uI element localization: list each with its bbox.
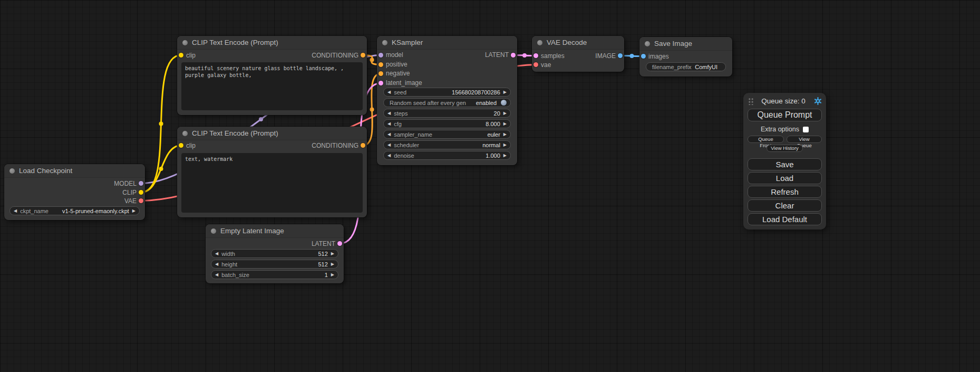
node-title-bar[interactable]: KSampler [377,36,517,50]
vae-input-port[interactable] [533,62,538,67]
positive-input-port[interactable] [379,62,383,67]
increment-arrow-icon[interactable]: ▶ [132,209,135,213]
load-default-button[interactable]: Load Default [748,213,822,225]
latent-output-port[interactable] [337,241,342,246]
widget-value: 1.000 [486,152,500,159]
decrement-arrow-icon[interactable]: ◀ [387,132,391,137]
model-output-port[interactable] [139,181,143,186]
steps-widget[interactable]: ◀ steps 20 ▶ [383,109,511,118]
collapse-dot-icon[interactable] [211,228,216,234]
node-title-bar[interactable]: Load Checkpoint [4,164,145,178]
increment-arrow-icon[interactable]: ▶ [503,111,507,116]
filename-prefix-widget[interactable]: filename_prefix ComfyUI [646,62,726,71]
latent-output-port[interactable] [511,53,516,58]
negative-prompt-textarea[interactable]: text, watermark [181,153,363,213]
sampler-name-widget[interactable]: ◀ sampler_name euler ▶ [383,130,511,139]
latent-image-input-port[interactable] [379,81,383,85]
increment-arrow-icon[interactable]: ▶ [503,132,507,137]
queue-front-button[interactable]: Queue Front [748,136,784,143]
node-title-bar[interactable]: VAE Decode [532,36,624,50]
input-label-latent-image: latent_image [386,79,422,87]
load-button[interactable]: Load [748,172,822,184]
output-label-image: IMAGE [595,52,616,60]
node-title-bar[interactable]: CLIP Text Encode (Prompt) [177,36,367,50]
conditioning-output-port[interactable] [361,143,365,148]
decrement-arrow-icon[interactable]: ◀ [215,262,218,266]
increment-arrow-icon[interactable]: ▶ [503,143,507,147]
scheduler-widget[interactable]: ◀ scheduler normal ▶ [383,140,511,149]
positive-prompt-textarea[interactable]: beautiful scenery nature glass bottle la… [181,62,363,110]
node-clip-text-encode-negative[interactable]: CLIP Text Encode (Prompt) clip CONDITION… [177,127,367,217]
widget-label: denoise [394,152,414,159]
negative-input-port[interactable] [379,71,383,76]
clear-button[interactable]: Clear [748,199,822,212]
view-history-button[interactable]: View History [766,145,803,152]
node-ksampler[interactable]: KSampler model positive negative latent_… [377,36,517,165]
denoise-widget[interactable]: ◀ denoise 1.000 ▶ [383,151,511,160]
height-widget[interactable]: ◀ height 512 ▶ [211,260,338,269]
decrement-arrow-icon[interactable]: ◀ [387,143,391,147]
save-button[interactable]: Save [748,158,822,170]
decrement-arrow-icon[interactable]: ◀ [387,90,391,94]
node-title: Empty Latent Image [220,227,284,235]
link-midpoint-dot[interactable] [522,53,527,58]
batch-size-widget[interactable]: ◀ batch_size 1 ▶ [211,270,338,279]
ckpt-name-widget[interactable]: ◀ ckpt_name v1-5-pruned-emaonly.ckpt ▶ [9,206,140,215]
link-midpoint-dot[interactable] [370,58,374,62]
extra-options-checkbox[interactable] [803,127,809,132]
queue-prompt-button[interactable]: Queue Prompt [748,109,822,121]
clip-input-port[interactable] [179,143,183,148]
width-widget[interactable]: ◀ width 512 ▶ [211,249,338,258]
clip-output-port[interactable] [139,190,143,195]
collapse-dot-icon[interactable] [382,40,387,45]
conditioning-output-port[interactable] [361,53,365,58]
seed-widget[interactable]: ◀ seed 156680208700286 ▶ [383,88,511,97]
random-seed-toggle-widget[interactable]: Random seed after every gen enabled [383,98,511,107]
model-input-port[interactable] [379,53,383,58]
node-title-bar[interactable]: Save Image [639,37,732,51]
collapse-dot-icon[interactable] [537,40,542,45]
decrement-arrow-icon[interactable]: ◀ [387,111,391,116]
node-title-bar[interactable]: CLIP Text Encode (Prompt) [177,127,367,140]
link-midpoint-dot[interactable] [370,108,374,112]
node-save-image[interactable]: Save Image images filename_prefix ComfyU… [639,37,732,77]
settings-gear-icon[interactable] [813,97,822,105]
clip-input-port[interactable] [179,53,183,58]
link-midpoint-dot[interactable] [630,54,634,58]
node-clip-text-encode-positive[interactable]: CLIP Text Encode (Prompt) clip CONDITION… [177,36,367,115]
increment-arrow-icon[interactable]: ▶ [331,273,334,277]
decrement-arrow-icon[interactable]: ◀ [14,209,17,213]
node-canvas[interactable]: Load Checkpoint MODEL CLIP VAE ◀ ckpt_na… [0,0,980,372]
node-title-bar[interactable]: Empty Latent Image [206,224,344,238]
node-load-checkpoint[interactable]: Load Checkpoint MODEL CLIP VAE ◀ ckpt_na… [4,164,145,220]
image-output-port[interactable] [618,53,623,58]
samples-input-port[interactable] [533,53,538,58]
collapse-dot-icon[interactable] [9,168,15,174]
link-midpoint-dot[interactable] [159,122,163,126]
decrement-arrow-icon[interactable]: ◀ [215,273,218,277]
node-empty-latent-image[interactable]: Empty Latent Image LATENT ◀ width 512 ▶ … [206,224,344,283]
increment-arrow-icon[interactable]: ▶ [503,122,507,126]
drag-handle-icon[interactable] [748,97,753,105]
increment-arrow-icon[interactable]: ▶ [503,154,507,158]
images-input-port[interactable] [641,54,646,59]
decrement-arrow-icon[interactable]: ◀ [387,154,391,158]
input-label-images: images [648,53,669,60]
cfg-widget[interactable]: ◀ cfg 8.000 ▶ [383,119,511,128]
link-midpoint-dot[interactable] [159,167,163,171]
collapse-dot-icon[interactable] [182,131,188,136]
increment-arrow-icon[interactable]: ▶ [331,262,334,266]
increment-arrow-icon[interactable]: ▶ [331,252,334,256]
collapse-dot-icon[interactable] [182,40,188,45]
increment-arrow-icon[interactable]: ▶ [503,90,507,94]
view-queue-button[interactable]: View Queue [787,136,822,143]
widget-value: 512 [318,251,327,257]
toggle-dot-icon[interactable] [501,100,507,106]
vae-output-port[interactable] [139,198,143,203]
refresh-button[interactable]: Refresh [748,186,822,198]
link-midpoint-dot[interactable] [259,117,263,121]
decrement-arrow-icon[interactable]: ◀ [387,122,391,126]
node-vae-decode[interactable]: VAE Decode samples vae IMAGE [532,36,624,72]
collapse-dot-icon[interactable] [645,41,650,46]
decrement-arrow-icon[interactable]: ◀ [215,252,218,256]
